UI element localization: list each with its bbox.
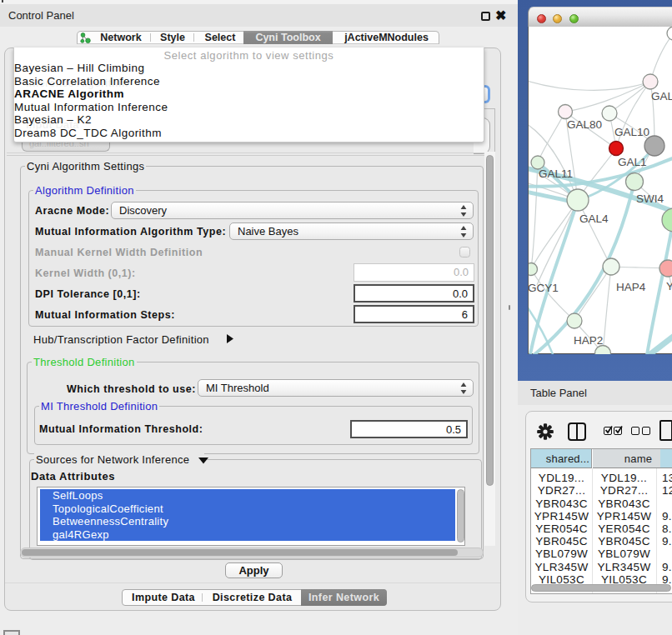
svg-text:GAL11: GAL11: [539, 168, 573, 180]
svg-text:HAP4: HAP4: [616, 281, 646, 293]
svg-text:SWI4: SWI4: [636, 192, 664, 205]
svg-text:YE: YE: [666, 280, 672, 292]
svg-text:GAL1: GAL1: [618, 156, 647, 168]
svg-text:GAL80: GAL80: [567, 118, 602, 131]
svg-text:GAL10: GAL10: [614, 126, 649, 138]
svg-text:GAL4: GAL4: [579, 212, 609, 225]
svg-text:GCY1: GCY1: [529, 282, 559, 294]
svg-text:GAL7: GAL7: [651, 90, 672, 102]
svg-text:HAP2: HAP2: [574, 334, 603, 347]
